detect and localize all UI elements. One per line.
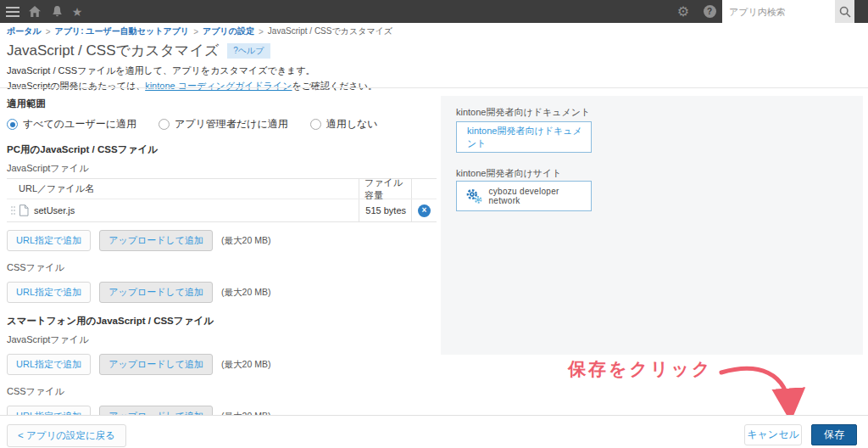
gear-icon[interactable]: ⚙ [675,0,692,23]
description-line2-post: をご確認ください。 [292,81,378,91]
column-file-name: URL／ファイル名 [7,179,359,199]
developer-site-link-text: cybozu developer network [488,187,591,205]
radio-admin-only[interactable]: アプリ管理者だけに適用 [159,117,288,132]
app-search [722,0,854,23]
sp-css-file-label: CSSファイル [7,385,437,398]
developer-site-label: kintone開発者向けサイト [456,167,562,180]
breadcrumb-app-settings[interactable]: アプリの設定 [203,25,254,37]
radio-selected-icon[interactable] [7,119,18,130]
breadcrumb-portal[interactable]: ポータル [7,25,42,37]
file-size: 515 bytes [359,199,411,221]
breadcrumb-app[interactable]: アプリ: ユーザー自動セットアプリ [55,25,190,37]
hamburger-menu-icon[interactable] [4,0,21,23]
developer-docs-link-text: kintone開発者向けドキュメント [467,125,591,150]
scope-radio-group: すべてのユーザーに適用 アプリ管理者だけに適用 適用しない [7,117,437,132]
cancel-button[interactable]: キャンセル [744,424,802,445]
footer-bar: < アプリの設定に戻る キャンセル 保存 [0,415,868,448]
add-by-url-button[interactable]: URL指定で追加 [7,230,91,251]
pc-css-actions: URL指定で追加 アップロードして追加 (最大20 MB) [7,282,437,303]
drag-handle-icon[interactable] [10,205,15,216]
kintone-js-css-settings-screen: ★ ⚙ ? ポータル > アプリ: ユーザー自動セットアプリ > アプリの設定 … [0,0,868,448]
help-badge[interactable]: ?ヘルプ [227,43,270,59]
js-file-table: URL／ファイル名 ファイル容量 setUser.js 515 bytes × [7,178,437,222]
help-icon[interactable]: ? [702,0,717,23]
sp-js-actions: URL指定で追加 アップロードして追加 (最大20 MB) [7,354,437,375]
star-icon[interactable]: ★ [70,0,85,23]
add-by-url-button[interactable]: URL指定で追加 [7,354,91,375]
description-line1: JavaScript / CSSファイルを適用して、アプリをカスタマイズできます… [7,63,377,78]
radio-admin-only-label: アプリ管理者だけに適用 [175,117,288,132]
radio-all-users[interactable]: すべてのユーザーに適用 [7,117,136,132]
breadcrumb-separator: > [259,27,264,36]
table-header-row: URL／ファイル名 ファイル容量 [7,179,437,199]
add-by-upload-button[interactable]: アップロードして追加 [99,282,213,303]
pc-js-actions: URL指定で追加 アップロードして追加 (最大20 MB) [7,230,437,251]
radio-unselected-icon[interactable] [310,119,321,130]
developer-docs-link[interactable]: kintone開発者向けドキュメント [456,121,592,153]
max-size-note: (最大20 MB) [221,235,270,247]
description-line2-pre: JavaScriptの開発にあたっては、 [7,81,145,91]
save-click-annotation: 保存をクリック [568,357,712,381]
page-title: JavaScript / CSSでカスタマイズ [7,41,219,60]
add-by-upload-button[interactable]: アップロードして追加 [99,354,213,375]
breadcrumb: ポータル > アプリ: ユーザー自動セットアプリ > アプリの設定 > Java… [0,23,868,40]
help-glyph: ? [704,5,716,18]
file-icon [19,204,29,216]
save-button[interactable]: 保存 [811,424,857,445]
search-button[interactable] [835,0,854,23]
cybozu-gears-logo [465,188,483,204]
file-name: setUser.js [34,205,75,216]
delete-file-button[interactable]: × [418,204,431,217]
page-description: JavaScript / CSSファイルを適用して、アプリをカスタマイズできます… [7,63,377,93]
back-to-app-settings-button[interactable]: < アプリの設定に戻る [7,424,126,447]
radio-not-apply[interactable]: 適用しない [310,117,378,132]
column-file-size: ファイル容量 [359,179,411,199]
home-icon[interactable] [27,0,42,23]
title-bar: JavaScript / CSSでカスタマイズ ?ヘルプ [7,41,270,60]
coding-guideline-link[interactable]: kintone コーディングガイドライン [145,81,292,91]
breadcrumb-separator: > [46,27,51,36]
bell-icon[interactable] [49,0,64,23]
scope-label: 適用範囲 [7,98,437,110]
sp-js-file-label: JavaScriptファイル [7,333,437,346]
description-line2: JavaScriptの開発にあたっては、kintone コーディングガイドライン… [7,78,377,93]
radio-not-apply-label: 適用しない [326,117,378,132]
developer-docs-label: kintone開発者向けドキュメント [456,106,590,119]
settings-column: 適用範囲 すべてのユーザーに適用 アプリ管理者だけに適用 適用しない PC用のJ… [7,93,437,427]
radio-all-users-label: すべてのユーザーに適用 [23,117,136,132]
pc-section-title: PC用のJavaScript / CSSファイル [7,143,437,156]
breadcrumb-current-page: JavaScript / CSSでカスタマイズ [268,25,392,37]
developer-info-panel: kintone開発者向けドキュメント kintone開発者向けドキュメント ki… [441,96,863,355]
add-by-url-button[interactable]: URL指定で追加 [7,282,91,303]
pc-js-file-label: JavaScriptファイル [7,162,437,175]
breadcrumb-separator: > [193,27,198,36]
magnifier-icon [839,6,851,18]
table-row: setUser.js 515 bytes × [7,199,437,221]
radio-unselected-icon[interactable] [159,119,170,130]
max-size-note: (最大20 MB) [221,359,270,371]
smartphone-section-title: スマートフォン用のJavaScript / CSSファイル [7,315,437,328]
max-size-note: (最大20 MB) [221,287,270,299]
topbar: ★ ⚙ ? [0,0,868,23]
section-divider [0,87,868,88]
app-search-input[interactable] [722,0,835,23]
pc-css-file-label: CSSファイル [7,261,437,274]
developer-site-link[interactable]: cybozu developer network [456,181,592,211]
add-by-upload-button[interactable]: アップロードして追加 [99,230,213,251]
column-actions [411,179,437,199]
